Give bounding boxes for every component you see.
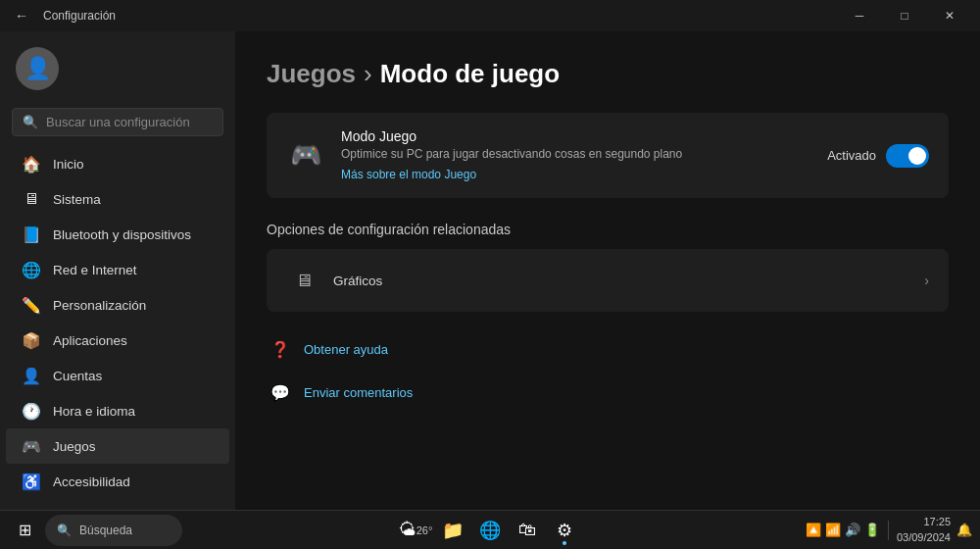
show-hidden-icon[interactable]: 🔼 [806,523,821,537]
sidebar-item-sistema[interactable]: 🖥 Sistema [6,181,229,217]
search-input[interactable] [46,115,213,129]
game-mode-icon: 🎮 [286,136,325,175]
sidebar-label-inicio: Inicio [53,157,84,172]
sidebar-label-hora: Hora e idioma [53,404,135,419]
taskbar: ⊞ 🔍 Búsqueda 🌤 26° 📁 🌐 🛍 ⚙ 🔼 📶 🔊 🔋 [0,510,980,549]
taskbar-center: 🌤 26° 📁 🌐 🛍 ⚙ [399,514,581,547]
get-help-icon: ❓ [267,335,294,363]
sidebar-label-sistema: Sistema [53,192,101,207]
get-help-item[interactable]: ❓ Obtener ayuda [267,331,949,367]
edge-icon: 🌐 [479,520,501,541]
sidebar-label-accesibilidad: Accesibilidad [53,474,130,489]
back-button[interactable]: ← [8,2,35,29]
toggle-thumb [908,147,926,165]
send-feedback-item[interactable]: 💬 Enviar comentarios [267,374,949,410]
taskbar-search-label: Búsqueda [79,524,132,537]
sidebar-item-red[interactable]: 🌐 Red e Internet [6,252,229,287]
accesibilidad-icon: ♿ [22,472,41,491]
taskbar-clock[interactable]: 17:25 03/09/2024 [897,515,951,545]
settings-icon: ⚙ [557,520,572,541]
bluetooth-icon: 📘 [22,225,41,244]
graphics-chevron-icon: › [924,273,929,288]
send-feedback-icon: 💬 [267,378,294,406]
titlebar: ← Configuración ─ □ ✕ [0,0,980,31]
taskbar-app-store[interactable]: 🛍 [511,514,544,547]
taskbar-search[interactable]: 🔍 Búsqueda [45,515,182,546]
notification-icon[interactable]: 🔔 [956,523,972,537]
sidebar-item-cuentas[interactable]: 👤 Cuentas [6,358,229,393]
get-help-label: Obtener ayuda [304,342,388,357]
taskbar-search-icon: 🔍 [57,524,72,537]
game-mode-card: 🎮 Modo Juego Optimice su PC para jugar d… [267,113,949,198]
system-tray: 🔼 📶 🔊 🔋 [806,523,880,537]
breadcrumb-separator: › [364,59,372,89]
sistema-icon: 🖥 [22,189,41,209]
personalizacion-icon: ✏️ [22,295,41,315]
game-mode-text: Modo Juego Optimice su PC para jugar des… [341,128,811,182]
minimize-button[interactable]: ─ [837,0,882,31]
avatar[interactable]: 👤 [16,47,59,90]
titlebar-left: ← Configuración [8,2,116,29]
sidebar-item-accesibilidad[interactable]: ♿ Accesibilidad [6,464,229,499]
volume-icon[interactable]: 🔊 [845,523,860,537]
start-button[interactable]: ⊞ [8,514,41,547]
graphics-icon: 🖥 [286,263,321,298]
weather-label: 26° [416,524,433,536]
send-feedback-label: Enviar comentarios [304,385,413,400]
network-icon[interactable]: 📶 [825,523,841,537]
juegos-icon: 🎮 [22,436,41,456]
graphics-item[interactable]: 🖥 Gráficos › [267,249,949,312]
taskbar-date-display: 03/09/2024 [897,530,951,545]
sidebar-item-hora[interactable]: 🕐 Hora e idioma [6,393,229,428]
game-mode-toggle[interactable] [886,144,929,168]
search-icon: 🔍 [23,115,38,129]
sidebar-item-bluetooth[interactable]: 📘 Bluetooth y dispositivos [6,217,229,252]
game-mode-description: Optimice su PC para jugar desactivando c… [341,147,811,161]
taskbar-time-display: 17:25 [897,515,951,529]
titlebar-title: Configuración [43,9,116,23]
sidebar-label-juegos: Juegos [53,439,96,454]
taskbar-app-explorer[interactable]: 📁 [436,514,469,547]
sidebar-item-inicio[interactable]: 🏠 Inicio [6,146,229,181]
inicio-icon: 🏠 [22,154,41,174]
game-mode-title: Modo Juego [341,128,811,144]
main-content: Juegos › Modo de juego 🎮 Modo Juego Opti… [235,31,980,510]
taskbar-app-widgets[interactable]: 🌤 26° [399,514,432,547]
related-section-title: Opciones de configuración relacionadas [267,222,949,237]
battery-icon[interactable]: 🔋 [864,523,880,537]
taskbar-app-edge[interactable]: 🌐 [473,514,507,547]
search-box[interactable]: 🔍 [12,108,223,136]
sidebar-item-privacidad[interactable]: 🛡 Privacidad y seguridad [6,499,229,510]
aplicaciones-icon: 📦 [22,330,41,350]
taskbar-app-settings[interactable]: ⚙ [548,514,581,547]
sidebar-item-aplicaciones[interactable]: 📦 Aplicaciones [6,323,229,358]
store-icon: 🛍 [518,520,536,540]
sidebar-label-bluetooth: Bluetooth y dispositivos [53,227,191,242]
breadcrumb-current: Modo de juego [380,59,560,89]
game-mode-control: Activado [827,144,929,168]
sidebar-label-aplicaciones: Aplicaciones [53,333,127,348]
close-button[interactable]: ✕ [927,0,972,31]
breadcrumb-parent[interactable]: Juegos [267,59,356,89]
breadcrumb: Juegos › Modo de juego [267,59,949,89]
titlebar-controls: ─ □ ✕ [837,0,972,31]
game-mode-status-label: Activado [827,148,876,163]
sidebar: 👤 🔍 🏠 Inicio 🖥 Sistema 📘 Bluetooth y dis… [0,31,235,510]
user-section: 👤 [0,39,235,106]
explorer-icon: 📁 [442,520,464,541]
hora-icon: 🕐 [22,401,41,421]
taskbar-left: ⊞ 🔍 Búsqueda [8,514,182,547]
sidebar-item-personalizacion[interactable]: ✏️ Personalización [6,287,229,323]
sidebar-label-red: Red e Internet [53,263,137,277]
sidebar-label-cuentas: Cuentas [53,369,102,383]
nav-items-container: 🏠 Inicio 🖥 Sistema 📘 Bluetooth y disposi… [0,146,235,510]
widgets-weather-icon: 🌤 [399,520,416,540]
red-icon: 🌐 [22,260,41,279]
graphics-label: Gráficos [333,274,912,288]
taskbar-divider [888,521,889,540]
game-mode-link[interactable]: Más sobre el modo Juego [341,168,476,181]
taskbar-right: 🔼 📶 🔊 🔋 17:25 03/09/2024 🔔 [806,515,972,545]
maximize-button[interactable]: □ [882,0,927,31]
sidebar-item-juegos[interactable]: 🎮 Juegos [6,428,229,464]
app-container: 👤 🔍 🏠 Inicio 🖥 Sistema 📘 Bluetooth y dis… [0,31,980,510]
